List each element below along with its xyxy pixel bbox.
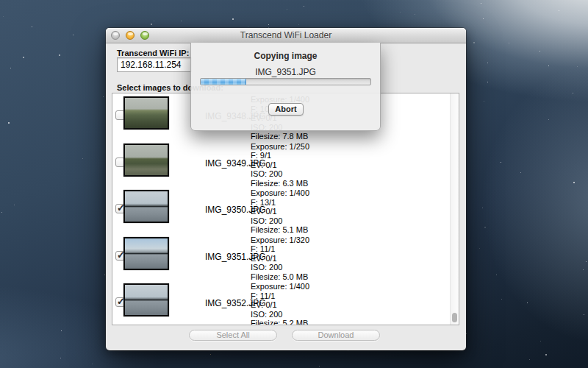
exif-line: Filesize: 5.2 MB: [251, 319, 309, 325]
exif-line: EV: 0/1: [251, 207, 309, 216]
ip-label: Transcend WiFi IP:: [117, 49, 189, 57]
exif-line: F: 13/1: [251, 198, 309, 208]
exif-line: F: 11/1: [251, 291, 309, 301]
exif-line: ISO: 200: [251, 310, 309, 319]
exif-line: ISO: 200: [251, 169, 309, 179]
exif-line: ISO: 200: [251, 216, 309, 226]
image-row: IMG_9349.JPG Exposure: 1/250F: 9/1EV: 0/…: [112, 141, 459, 188]
image-thumbnail: [123, 96, 169, 130]
exif-line: EV: 0/1: [251, 254, 309, 263]
image-thumbnail: [123, 144, 169, 177]
select-all-button[interactable]: Select All: [189, 330, 277, 341]
exif-line: Exposure: 1/400: [251, 188, 309, 198]
exif-line: ISO: 200: [251, 263, 309, 272]
image-thumbnail: [123, 190, 169, 223]
image-row: IMG_9352.JPG Exposure: 1/400F: 11/1EV: 0…: [112, 280, 459, 325]
image-exif-block: Exposure: 1/320F: 11/1EV: 0/1ISO: 200Fil…: [251, 236, 309, 282]
image-row: IMG_9350.JPG Exposure: 1/400F: 13/1EV: 0…: [112, 187, 459, 234]
window-titlebar[interactable]: Transcend WiFi Loader: [106, 28, 466, 43]
scrollbar-track[interactable]: [450, 93, 459, 325]
app-window: Transcend WiFi Loader Transcend WiFi IP:…: [106, 28, 466, 350]
exif-line: Exposure: 1/320: [251, 236, 309, 245]
sheet-title: Copying image: [191, 51, 380, 61]
exif-line: F: 9/1: [251, 151, 309, 160]
image-thumbnail: [123, 237, 169, 270]
image-exif-block: Exposure: 1/250F: 9/1EV: 0/1ISO: 200File…: [251, 142, 309, 188]
progress-fill: [201, 79, 246, 85]
window-title: Transcend WiFi Loader: [106, 30, 466, 40]
desktop-wallpaper: Transcend WiFi Loader Transcend WiFi IP:…: [0, 0, 588, 368]
exif-line: Exposure: 1/250: [251, 142, 309, 152]
image-exif-block: Exposure: 1/400F: 11/1EV: 0/1ISO: 200Fil…: [251, 282, 309, 325]
image-thumbnail: [123, 283, 169, 316]
exif-line: Exposure: 1/400: [251, 282, 309, 291]
sheet-filename: IMG_9351.JPG: [191, 67, 380, 77]
copying-sheet-dialog: Copying image IMG_9351.JPG Abort: [190, 43, 381, 131]
scrollbar-thumb[interactable]: [452, 313, 457, 322]
image-exif-block: Exposure: 1/400F: 13/1EV: 0/1ISO: 200Fil…: [251, 188, 309, 235]
download-button[interactable]: Download: [292, 330, 380, 341]
exif-line: EV: 0/1: [251, 300, 309, 310]
ip-input[interactable]: [117, 57, 192, 72]
exif-line: F: 11/1: [251, 244, 309, 254]
image-row: IMG_9351.JPG Exposure: 1/320F: 11/1EV: 0…: [112, 234, 459, 281]
exif-line: EV: 0/1: [251, 160, 309, 170]
progress-bar: [200, 78, 371, 85]
abort-button[interactable]: Abort: [268, 103, 304, 116]
